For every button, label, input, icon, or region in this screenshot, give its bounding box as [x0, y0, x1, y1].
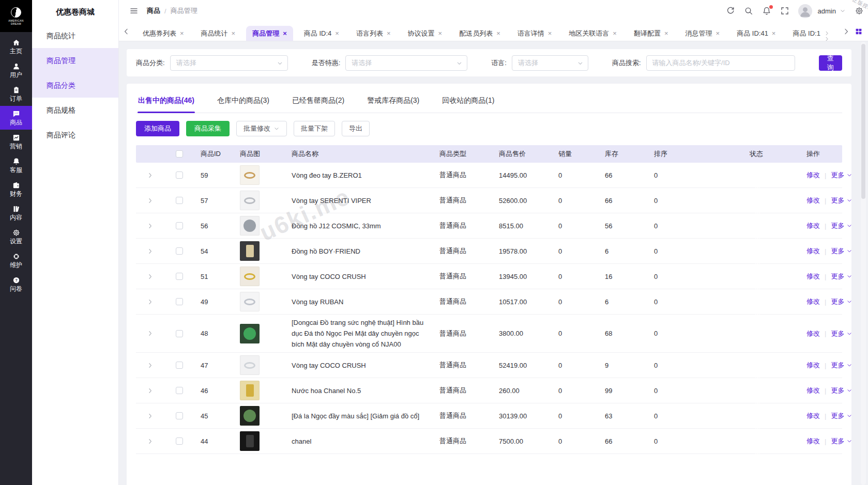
tab-4[interactable]: 语言列表 ×	[350, 26, 397, 41]
rail-item-user[interactable]: 用户	[0, 58, 32, 82]
notifications-icon[interactable]	[762, 6, 771, 15]
category-select[interactable]: 请选择	[170, 55, 288, 71]
list-tab-1[interactable]: 仓库中的商品(3)	[217, 94, 270, 113]
rail-item-service[interactable]: 客服	[0, 153, 32, 177]
edit-action[interactable]: 修改	[806, 436, 820, 446]
rail-item-maintenance[interactable]: 维护	[0, 248, 32, 272]
expand-row-icon[interactable]	[147, 273, 154, 280]
more-action[interactable]: 更多	[831, 411, 844, 420]
refresh-icon[interactable]	[726, 6, 735, 15]
tab-8[interactable]: 地区关联语言 ×	[562, 26, 623, 41]
search-input[interactable]	[646, 55, 795, 71]
tabs-scroll-left-icon[interactable]	[122, 27, 130, 36]
add-product-button[interactable]: 添加商品	[136, 121, 179, 136]
expand-row-icon[interactable]	[147, 387, 154, 394]
edit-action[interactable]: 修改	[806, 297, 820, 306]
expand-row-icon[interactable]	[147, 438, 154, 445]
list-tab-2[interactable]: 已经售罄商品(2)	[292, 94, 345, 113]
export-button[interactable]: 导出	[342, 121, 370, 136]
product-name[interactable]: Vòng tay RUBAN	[285, 296, 433, 307]
product-name[interactable]: [Đá la Ngọc đầy màu sắc] [Giảm giá đồ cổ…	[285, 411, 433, 421]
row-checkbox[interactable]	[176, 412, 183, 419]
product-name[interactable]: [Dongcai Đồ trang sức nghệ thuật] Hình b…	[285, 317, 433, 350]
list-tab-3[interactable]: 警戒库存商品(3)	[367, 94, 420, 113]
select-all-checkbox[interactable]	[176, 150, 183, 158]
close-icon[interactable]: ×	[232, 30, 236, 37]
product-name[interactable]: Vòng đeo tay B.ZERO1	[285, 170, 433, 181]
tab-7[interactable]: 语言详情 ×	[511, 26, 558, 41]
row-checkbox[interactable]	[176, 273, 183, 280]
row-checkbox[interactable]	[176, 330, 183, 337]
search-icon[interactable]	[744, 6, 753, 15]
special-select[interactable]: 请选择	[345, 55, 467, 71]
product-thumb[interactable]	[240, 165, 260, 185]
close-icon[interactable]: ×	[335, 30, 339, 37]
expand-row-icon[interactable]	[147, 330, 154, 337]
edit-action[interactable]: 修改	[806, 196, 820, 205]
more-action[interactable]: 更多	[831, 246, 844, 256]
tab-9[interactable]: 翻译配置 ×	[628, 26, 675, 41]
rail-item-home[interactable]: 主页	[0, 35, 32, 58]
product-thumb[interactable]	[240, 292, 260, 311]
close-icon[interactable]: ×	[180, 30, 184, 37]
rail-item-goods[interactable]: 商品	[0, 106, 32, 130]
query-button[interactable]: 查询	[819, 55, 843, 71]
rail-item-finance[interactable]: 财务	[0, 177, 32, 201]
chevron-right-icon[interactable]	[824, 30, 830, 36]
user-name[interactable]: admin	[818, 7, 836, 15]
tab-11[interactable]: 商品 ID:41 ×	[730, 26, 782, 41]
more-action[interactable]: 更多	[831, 436, 844, 446]
expand-row-icon[interactable]	[147, 197, 154, 204]
product-name[interactable]: Đồng hồ BOY·FRIEND	[285, 246, 433, 257]
expand-row-icon[interactable]	[147, 248, 154, 255]
expand-row-icon[interactable]	[147, 362, 154, 369]
tab-12[interactable]: 商品 ID:1 ×	[786, 26, 835, 41]
product-thumb[interactable]	[240, 431, 260, 451]
close-icon[interactable]: ×	[664, 30, 668, 37]
avatar[interactable]	[798, 4, 812, 18]
scrollbar[interactable]	[861, 42, 866, 485]
row-checkbox[interactable]	[176, 437, 183, 445]
subnav-item-2[interactable]: 商品分类	[32, 73, 118, 98]
more-action[interactable]: 更多	[831, 297, 844, 306]
language-select[interactable]: 请选择	[512, 55, 588, 71]
scrollbar-thumb[interactable]	[861, 44, 865, 199]
tab-6[interactable]: 配送员列表 ×	[453, 26, 507, 41]
tab-2[interactable]: 商品管理 ×	[246, 26, 293, 41]
collect-product-button[interactable]: 商品采集	[186, 121, 230, 136]
rail-item-marketing[interactable]: 营销	[0, 130, 32, 153]
subnav-item-1[interactable]: 商品管理	[32, 48, 118, 73]
product-thumb[interactable]	[240, 216, 260, 236]
edit-action[interactable]: 修改	[806, 246, 820, 256]
expand-row-icon[interactable]	[147, 299, 154, 305]
product-name[interactable]: Nước hoa Chanel No.5	[285, 385, 433, 396]
row-checkbox[interactable]	[176, 197, 183, 204]
list-tab-0[interactable]: 出售中的商品(46)	[138, 94, 195, 113]
row-checkbox[interactable]	[176, 171, 183, 179]
product-name[interactable]: Vòng tay COCO CRUSH	[285, 360, 433, 371]
close-icon[interactable]: ×	[283, 30, 287, 37]
edit-action[interactable]: 修改	[806, 272, 820, 281]
tab-10[interactable]: 消息管理 ×	[679, 26, 726, 41]
breadcrumb-section[interactable]: 商品	[147, 6, 160, 15]
edit-action[interactable]: 修改	[806, 329, 820, 338]
edit-action[interactable]: 修改	[806, 170, 820, 180]
edit-action[interactable]: 修改	[806, 221, 820, 230]
tab-5[interactable]: 协议设置 ×	[402, 26, 449, 41]
edit-action[interactable]: 修改	[806, 361, 820, 370]
close-icon[interactable]: ×	[387, 30, 391, 37]
fullscreen-icon[interactable]	[780, 6, 789, 15]
product-name[interactable]: chanel	[285, 436, 433, 447]
product-thumb[interactable]	[240, 406, 260, 426]
rail-item-order[interactable]: 订单	[0, 82, 32, 106]
row-checkbox[interactable]	[176, 387, 183, 394]
edit-action[interactable]: 修改	[806, 411, 820, 420]
chevron-down-icon[interactable]	[840, 8, 846, 14]
subnav-item-4[interactable]: 商品评论	[32, 122, 118, 147]
rail-item-survey[interactable]: ? 问卷	[0, 272, 32, 296]
brand-logo[interactable]: AMERICAN DREAM	[0, 0, 32, 32]
more-action[interactable]: 更多	[831, 170, 844, 180]
product-thumb[interactable]	[240, 241, 260, 261]
expand-row-icon[interactable]	[147, 413, 154, 419]
product-thumb[interactable]	[240, 324, 260, 343]
